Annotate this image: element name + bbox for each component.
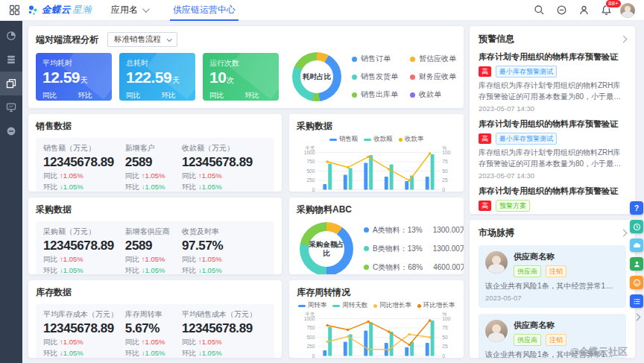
line-point [429,336,432,339]
bar [364,163,367,190]
sidebar-item-minus-circle-icon[interactable] [0,119,22,143]
logo-dots-icon [27,4,39,16]
yoy-value: 1.05% [60,171,83,180]
severity-badge: 高 [479,66,491,77]
logo-text-secondary: 星瀚 [72,4,92,16]
card-title: 采购数据 [297,120,456,133]
chevron-down-icon [142,5,150,13]
legend-label: 销售额 [339,135,359,144]
metric-new-customers: 新增客户 2589 同比1.05% 环比1.05% [125,143,182,192]
feedback-smiley-button[interactable] [630,276,643,289]
legend-label: 环比增长率 [423,301,455,310]
right-axis-tick: 50 [442,335,448,340]
service-button[interactable] [630,220,643,233]
right-axis-tick: 0 [442,353,445,358]
sidebar-item-dashboard-icon[interactable] [0,72,22,95]
notifications-bell-icon[interactable]: 88+ [598,2,614,19]
app-menu-label: 应用名 [111,4,138,16]
user-avatar[interactable] [620,3,635,18]
metric-avg-sales-cost: 平均销售成本（万元） 12345678.89 同比1.05% 环比1.05% [182,309,267,358]
yoy-label: 同比 [42,91,57,99]
supplier-name: 供应商名称 [514,320,566,331]
legend-value: 1300.00万元 [433,244,464,254]
legend-label: 销售发货单 [361,72,398,82]
process-analysis-card: 端对端流程分析 标准销售流程 平均耗时 12.59天 同比23% 环比32% [28,26,464,108]
cloud-button[interactable] [630,239,643,252]
bar [328,164,332,190]
left-axis-tick: 250 [306,344,315,350]
alert-description: 库存组织为库存计划专用组织的物料ZRH库存预警验证的可用基本数量为80，小于最小… [479,81,626,102]
scheme-badge: 最小库存预警测试 [496,66,557,78]
legend-item: 销售出库单 [352,89,398,100]
search-icon[interactable] [531,2,547,19]
purchase-chart-card: 采购数据 销售额收款额收款率 025050075010000255075100千… [289,114,464,192]
app-grid-icon[interactable] [6,2,22,19]
legend-item: 销售额 [329,135,359,144]
status-tag: 注销 [546,334,566,346]
purchase-data-card: 采购数据 采购额（万元） 12345678.89 同比1.05% 环比1.05%… [28,198,282,275]
sidebar-item-database-icon[interactable] [0,48,22,72]
chevron-right-icon[interactable] [620,36,628,43]
line-point [367,321,370,323]
task-list-button[interactable] [630,294,643,308]
metric-label: 销售额（万元） [43,143,125,154]
bar [323,184,326,190]
legend-item: 财务应收单 [410,72,456,82]
yoy-label: 同比 [125,171,139,180]
yoy-value: 1.05% [142,255,165,263]
line-point [408,333,411,336]
alert-item[interactable]: 库存计划专用组织的物料库存预警验证 高 最小库存预警测试 库存组织为库存计划专用… [479,119,626,180]
metric-value: 12345678.89 [182,154,267,170]
yoy-value: 1.05% [198,255,222,263]
metric-label: 库存周转率 [125,309,182,320]
help-button[interactable]: ? [630,201,643,215]
sidebar-item-monitor-icon[interactable] [0,95,22,119]
process-flow-select[interactable]: 标准销售流程 [107,32,177,47]
left-axis-tick: 500 [306,168,315,174]
alert-item[interactable]: 库存计划专用组织的物料库存预警验证 高 预警方案 库存组织为库存计划专用组织的物… [479,186,626,214]
legend-label: 财务应收单 [419,72,456,82]
yoy-label: 同比 [43,338,57,346]
sidebar-item-analytics-pie-icon[interactable] [0,24,22,48]
card-title: 销售数据 [36,120,274,133]
bar [364,331,367,356]
yoy-label: 同比 [182,255,196,263]
line-point [429,152,432,155]
user-icon[interactable] [575,2,592,19]
legend-bar-marker [364,139,371,141]
metric-label: 新增客户 [125,143,182,154]
legend-dot [352,57,357,62]
process-flow-select-value: 标准销售流程 [114,34,161,45]
legend-dot [364,265,369,270]
mom-label: 环比 [182,266,196,274]
legend-dot [417,304,421,308]
mom-label: 环比 [43,183,57,191]
toolbar-expand-chevron[interactable] [633,314,640,321]
chevron-right-icon[interactable] [620,230,628,237]
card-title: 库存数据 [36,286,274,299]
alert-item[interactable]: 库存计划专用组织的物料库存预警验证 高 最小库存预警测试 库存组织为库存计划专用… [479,51,626,113]
donut-center-label: 采购金额占比 [309,231,344,267]
market-item[interactable]: 供应商名称 供应商 注销 该企业共有风险1条，其中经营异常1条。 2023-05… [479,245,626,308]
yoy-value: 1.05% [142,338,165,346]
legend-item: 周转率 [298,301,327,310]
app-menu[interactable]: 应用名 [111,4,148,16]
do-not-disturb-icon[interactable] [553,2,569,19]
legend-label: 收款单 [419,89,441,100]
legend-item: B类物料：13%1300.00万元 [364,244,464,254]
bar [385,177,388,190]
kpi-value: 10 [209,69,226,86]
kpi-unit: 天 [80,76,88,84]
metric-label: 平均销售成本（万元） [182,309,267,320]
metric-label: 收款额（万元） [182,143,267,154]
legend-value: 1300.00万元 [433,225,464,236]
tab-supply-chain-center[interactable]: 供应链运营中心 [170,0,239,21]
mom-label: 环比 [125,266,139,274]
legend-label: 周转率 [308,301,327,310]
bar [405,347,408,356]
legend-item: C类物料：68%4600.00万元 [364,262,464,273]
contact-button[interactable] [630,257,643,271]
metric-value: 2589 [125,154,182,170]
supplier-avatar [485,251,508,274]
card-title: 采购数据 [36,203,274,216]
